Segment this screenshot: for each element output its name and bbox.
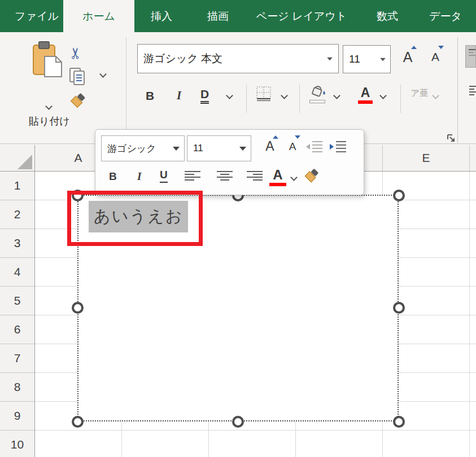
underline-letter: D (200, 87, 209, 104)
mini-format-painter-button[interactable] (302, 167, 320, 185)
mini-underline-letter: U (160, 169, 168, 183)
font-name-combobox[interactable]: 游ゴシック 本文 (137, 44, 339, 73)
grow-font-letter: A (403, 49, 413, 65)
tab-file[interactable]: ファイル (10, 0, 63, 32)
tab-data[interactable]: データ (422, 0, 469, 32)
fill-color-bar (309, 100, 325, 103)
row-header-3[interactable]: 3 (0, 229, 34, 258)
copy-button[interactable] (69, 67, 86, 85)
mini-align-left-button[interactable] (185, 170, 200, 182)
decrease-indent-icon (305, 140, 322, 153)
mini-font-color-button[interactable]: A (269, 168, 286, 186)
grow-font-button[interactable]: A (399, 46, 417, 65)
mini-shrink-font-button[interactable]: A (285, 135, 300, 153)
row-header-10[interactable]: 10 (0, 430, 34, 457)
mini-font-name-value: 游ゴシック (102, 142, 173, 155)
align-right-icon (247, 170, 263, 182)
tab-insert[interactable]: 挿入 (140, 0, 183, 32)
mini-increase-indent-button[interactable] (329, 140, 346, 153)
row-header-8[interactable]: 8 (0, 373, 34, 402)
scissors-icon: ✂ (67, 47, 84, 60)
row-header-2[interactable]: 2 (0, 200, 34, 229)
mini-italic-button[interactable]: I (137, 171, 141, 182)
mini-font-name-combobox[interactable]: 游ゴシック (101, 135, 185, 161)
handle-middle-left[interactable] (72, 302, 84, 314)
mini-align-right-button[interactable] (247, 170, 263, 182)
column-header-e[interactable]: E (383, 145, 470, 171)
tab-formulas[interactable]: 数式 (366, 0, 409, 32)
mini-font-name-dropdown-icon[interactable] (173, 147, 180, 151)
group-divider (457, 38, 458, 143)
excel-window: ファイル ホーム 挿入 描画 ページ レイアウト 数式 データ 貼り付け ✂ (0, 0, 476, 457)
tab-home[interactable]: ホーム (63, 0, 134, 32)
ribbon: 貼り付け ✂ クリップボード (0, 32, 476, 144)
row-header-6[interactable]: 6 (0, 315, 34, 344)
dialog-launcher-icon (447, 134, 456, 143)
paste-button[interactable] (31, 41, 71, 86)
group-divider (126, 37, 126, 140)
font-color-button[interactable]: A (358, 86, 373, 104)
underline-button[interactable]: D (200, 88, 209, 100)
tab-page-layout[interactable]: ページ レイアウト (250, 0, 353, 32)
handle-middle-right[interactable] (393, 302, 405, 314)
select-all-triangle-icon (18, 155, 32, 169)
increase-indent-icon (329, 140, 346, 153)
mini-font-size-combobox[interactable]: 11 (187, 135, 251, 161)
select-all-button[interactable] (0, 145, 35, 172)
font-size-combobox[interactable]: 11 (343, 45, 391, 73)
row-headers: 1 2 3 4 5 6 7 8 9 10 (0, 172, 35, 457)
paste-dropdown-chevron[interactable] (45, 103, 53, 110)
italic-button[interactable]: I (177, 90, 181, 102)
row-header-5[interactable]: 5 (0, 287, 34, 315)
shrink-font-caret-icon (438, 46, 444, 49)
copy-icon (69, 67, 86, 85)
handle-top-right[interactable] (393, 190, 405, 201)
handle-bottom-left[interactable] (72, 416, 84, 428)
annotation-red-rectangle (67, 191, 203, 246)
align-left-button-clipped[interactable] (469, 86, 476, 95)
mini-font-color-bar (269, 183, 286, 186)
mini-shrink-font-caret-icon (295, 135, 300, 139)
font-color-dropdown-chevron[interactable] (379, 92, 387, 99)
phonetic-guide-button[interactable]: ア亜 (410, 89, 429, 97)
mini-format-painter-icon (302, 167, 320, 185)
handle-bottom-middle[interactable] (232, 416, 244, 428)
borders-icon (256, 86, 271, 101)
fill-color-button[interactable] (309, 85, 327, 103)
shrink-font-button[interactable]: A (427, 46, 444, 64)
mini-font-color-dropdown-chevron[interactable] (290, 174, 298, 181)
mini-font-size-dropdown-icon[interactable] (239, 147, 246, 151)
mini-font-size-value: 11 (187, 143, 239, 154)
column-header-f-clipped[interactable] (470, 145, 476, 171)
paste-label[interactable]: 貼り付け (11, 115, 88, 128)
font-size-dropdown-icon[interactable] (380, 58, 386, 61)
row-header-7[interactable]: 7 (0, 344, 34, 373)
fill-color-dropdown-chevron[interactable] (333, 92, 340, 99)
mini-underline-button[interactable]: U (160, 169, 168, 181)
mini-bold-button[interactable]: B (109, 171, 117, 182)
format-painter-button[interactable] (68, 91, 87, 111)
font-name-dropdown-icon[interactable] (327, 57, 333, 60)
tab-draw[interactable]: 描画 (196, 0, 239, 32)
paste-clipboard-icon (31, 41, 64, 80)
borders-button[interactable] (256, 86, 271, 101)
handle-bottom-right[interactable] (393, 416, 405, 428)
ribbon-tab-bar: ファイル ホーム 挿入 描画 ページ レイアウト 数式 データ (0, 0, 476, 32)
borders-dropdown-chevron[interactable] (281, 92, 288, 99)
align-center-icon (217, 170, 233, 182)
align-top-button-clipped[interactable] (465, 45, 476, 68)
mini-grow-font-letter: A (265, 139, 274, 154)
row-header-1[interactable]: 1 (0, 172, 34, 200)
cut-button[interactable]: ✂ (69, 45, 82, 62)
row-header-9[interactable]: 9 (0, 402, 34, 430)
copy-dropdown-chevron[interactable] (99, 71, 107, 78)
mini-grow-font-button[interactable]: A (261, 135, 278, 154)
mini-decrease-indent-button[interactable] (305, 140, 322, 153)
row-header-4[interactable]: 4 (0, 258, 34, 287)
font-size-value: 11 (343, 53, 379, 65)
phonetic-dropdown-chevron[interactable] (432, 92, 439, 99)
font-dialog-launcher[interactable] (447, 134, 456, 143)
mini-align-center-button[interactable] (217, 170, 233, 182)
bold-button[interactable]: B (146, 90, 154, 102)
underline-dropdown-chevron[interactable] (226, 92, 233, 99)
